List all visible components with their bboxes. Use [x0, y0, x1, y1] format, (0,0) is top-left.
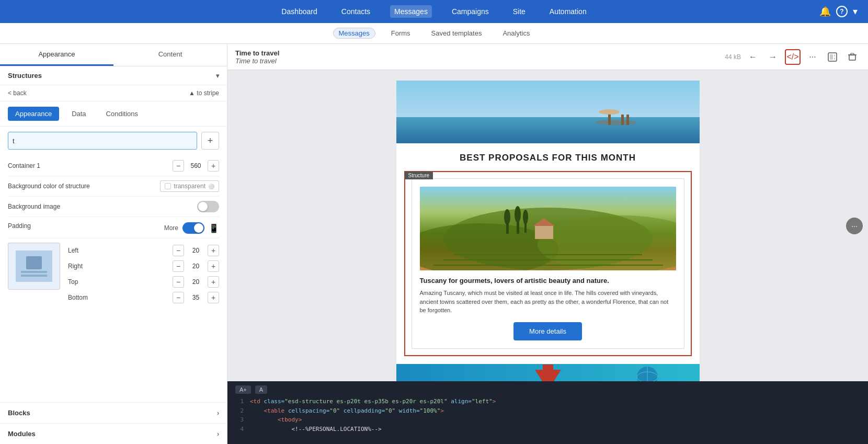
structure-card: Structure — [404, 171, 692, 356]
color-picker-icon: ⚪ — [208, 184, 214, 189]
nav-dashboard[interactable]: Dashboard — [277, 5, 322, 18]
trash-icon — [848, 52, 857, 62]
line-content-1: <td class="esd-structure es-p20t es-p35b… — [250, 397, 496, 406]
to-stripe-button[interactable]: ▲ to stripe — [189, 89, 219, 97]
padding-fields: Left − 20 + Right − 20 + — [68, 243, 219, 305]
template-icon — [827, 52, 838, 62]
back-button[interactable]: < back — [8, 89, 27, 97]
more-options-button[interactable]: ··· — [805, 49, 820, 65]
code-font-decrease-button[interactable]: A — [255, 385, 267, 394]
bg-image-toggle[interactable] — [197, 201, 219, 212]
code-toolbar: A+ A — [235, 385, 860, 394]
nav-contacts[interactable]: Contacts — [337, 5, 374, 18]
preview-image — [26, 256, 42, 269]
nav-site[interactable]: Site — [509, 5, 530, 18]
line-content-4: <!--%PERSONAL.LOCATION%--> — [250, 425, 382, 434]
line-number-1: 1 — [235, 397, 244, 406]
code-line-3: 3 <tbody> — [235, 415, 860, 425]
more-details-button[interactable]: More details — [513, 322, 582, 340]
container1-decrement[interactable]: − — [173, 160, 184, 172]
nav-campaigns[interactable]: Campaigns — [448, 5, 493, 18]
padding-row: Padding More 📱 — [8, 217, 219, 238]
padding-top-increment[interactable]: + — [208, 276, 219, 288]
modules-arrow-icon: › — [217, 430, 219, 438]
top-nav-right: 🔔 ? ▾ — [819, 0, 858, 23]
svg-rect-6 — [851, 53, 854, 55]
padding-bottom-row: Bottom − 35 + — [68, 290, 219, 305]
template-button[interactable] — [825, 49, 840, 65]
container1-row: Container 1 − 560 + — [8, 156, 219, 176]
svg-point-23 — [523, 210, 528, 224]
details-btn-wrap: More details — [420, 322, 676, 340]
padding-bottom-label: Bottom — [68, 294, 88, 301]
email-bottom-section — [396, 364, 700, 382]
sub-navigation: Messages Forms Saved templates Analytics — [0, 23, 868, 44]
help-icon[interactable]: ? — [836, 6, 848, 17]
padding-right-stepper: − 20 + — [173, 260, 219, 272]
modules-label: Modules — [8, 430, 36, 438]
bg-color-picker[interactable]: transparent ⚪ — [160, 180, 219, 192]
padding-top-value: 20 — [187, 278, 205, 286]
bg-image-label: Background image — [8, 203, 60, 210]
svg-marker-33 — [535, 365, 561, 382]
padding-more-label: More — [164, 224, 178, 232]
subnav-forms[interactable]: Forms — [386, 28, 416, 38]
proposals-heading: BEST PROPOSALS FOR THIS MONTH — [396, 143, 700, 168]
padding-detail: Left − 20 + Right − 20 + — [8, 243, 219, 305]
modules-section[interactable]: Modules › — [0, 423, 227, 444]
card-body-text: Amazing Tuscany, which must be visited a… — [420, 289, 676, 315]
nav-messages[interactable]: Messages — [390, 5, 432, 18]
structure-name-input[interactable] — [8, 132, 197, 150]
subnav-messages[interactable]: Messages — [333, 28, 375, 39]
sub-tab-conditions[interactable]: Conditions — [99, 107, 145, 121]
container1-increment[interactable]: + — [208, 160, 219, 172]
sub-tab-data[interactable]: Data — [64, 107, 93, 121]
add-button[interactable]: + — [201, 132, 219, 150]
structure-badge: Structure — [405, 172, 433, 179]
trash-button[interactable] — [844, 49, 860, 65]
sub-tab-appearance[interactable]: Appearance — [8, 107, 59, 121]
mobile-icon[interactable]: 📱 — [209, 223, 219, 233]
redo-button[interactable]: → — [765, 49, 781, 65]
undo-button[interactable]: ← — [745, 49, 761, 65]
arrow-svg — [532, 365, 564, 382]
code-view-button[interactable]: </> — [785, 49, 801, 65]
subnav-saved-templates[interactable]: Saved templates — [426, 28, 487, 38]
padding-left-label: Left — [68, 247, 78, 254]
code-lines: 1 <td class="esd-structure es-p20t es-p3… — [235, 397, 860, 434]
tab-appearance[interactable]: Appearance — [0, 44, 113, 66]
floating-more-button[interactable]: ··· — [846, 218, 863, 234]
padding-bottom-decrement[interactable]: − — [173, 292, 184, 303]
padding-left-increment[interactable]: + — [208, 245, 219, 256]
padding-more-toggle[interactable] — [182, 222, 204, 234]
nav-automation[interactable]: Automation — [545, 5, 591, 18]
code-line-2: 2 <table cellspacing="0" cellpadding="0"… — [235, 406, 860, 416]
line-number-2: 2 — [235, 406, 244, 416]
card-title: Tuscany for gourmets, lovers of artistic… — [420, 277, 676, 284]
structures-chevron-icon[interactable]: ▾ — [216, 72, 219, 79]
bg-color-row: Background color of structure transparen… — [8, 176, 219, 197]
padding-right-label: Right — [68, 263, 83, 270]
padding-toggle-thumb — [194, 223, 203, 233]
subnav-analytics[interactable]: Analytics — [497, 28, 535, 38]
preview-inner — [16, 251, 52, 282]
panel-tabs: Appearance Content — [0, 44, 227, 66]
structure-card-wrapper: Structure — [396, 168, 700, 364]
blocks-label: Blocks — [8, 409, 30, 417]
file-size: 44 kB — [725, 53, 741, 61]
structures-label: Structures — [8, 72, 42, 79]
tab-content[interactable]: Content — [113, 44, 227, 66]
bell-icon[interactable]: 🔔 — [819, 6, 831, 17]
padding-preview — [8, 243, 60, 290]
padding-left-decrement[interactable]: − — [173, 245, 184, 256]
padding-right-decrement[interactable]: − — [173, 260, 184, 272]
padding-right-increment[interactable]: + — [208, 260, 219, 272]
blocks-section[interactable]: Blocks › — [0, 402, 227, 423]
dropdown-icon[interactable]: ▾ — [853, 6, 858, 17]
padding-bottom-stepper: − 35 + — [173, 292, 219, 303]
padding-bottom-increment[interactable]: + — [208, 292, 219, 303]
sub-tabs: Appearance Data Conditions — [0, 101, 227, 127]
padding-top-decrement[interactable]: − — [173, 276, 184, 288]
code-font-increase-button[interactable]: A+ — [235, 385, 251, 394]
svg-point-9 — [595, 120, 637, 125]
